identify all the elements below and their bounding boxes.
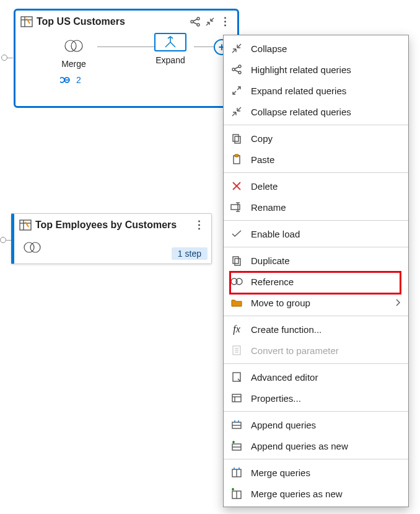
menu-item-delete[interactable]: Delete <box>224 175 408 197</box>
svg-point-4 <box>197 17 199 20</box>
menu-item-label: Enable load <box>251 229 401 239</box>
merge-queries-new-icon <box>230 487 243 500</box>
step-expand-node[interactable]: Expand <box>147 33 194 65</box>
context-menu: Collapse Highlight related queries Expan… <box>223 35 409 507</box>
paste-icon <box>230 153 243 166</box>
menu-item-append-queries-new[interactable]: Append queries as new <box>224 435 408 456</box>
menu-item-label: Rename <box>251 202 401 213</box>
copy-icon <box>230 131 243 145</box>
svg-point-22 <box>232 68 235 71</box>
menu-item-paste[interactable]: Paste <box>224 149 408 170</box>
query-card-top-employees[interactable]: Top Employees by Customers 1 step <box>11 213 212 264</box>
more-options-icon[interactable] <box>217 14 232 29</box>
delete-icon <box>230 179 243 193</box>
svg-line-7 <box>193 22 197 24</box>
menu-item-label: Copy <box>251 133 401 144</box>
menu-separator <box>224 459 408 459</box>
menu-item-create-function[interactable]: fx Create function... <box>224 319 408 340</box>
card-title: Top US Customers <box>20 16 188 27</box>
menu-separator <box>224 220 408 221</box>
linked-queries-count[interactable]: 2 <box>60 75 81 85</box>
svg-point-21 <box>30 242 40 252</box>
menu-item-label: Move to group <box>251 298 388 308</box>
menu-separator <box>224 363 408 364</box>
menu-item-move-to-group[interactable]: Move to group <box>224 292 408 313</box>
step-label: Merge <box>50 59 97 69</box>
menu-item-label: Append queries <box>251 420 401 430</box>
menu-item-label: Collapse <box>251 43 401 54</box>
menu-item-copy[interactable]: Copy <box>224 128 408 149</box>
menu-item-append-queries[interactable]: Append queries <box>224 414 408 435</box>
more-options-icon[interactable] <box>191 218 206 233</box>
menu-item-properties[interactable]: Properties... <box>224 388 408 409</box>
menu-item-label: Collapse related queries <box>251 107 401 117</box>
svg-line-25 <box>235 67 238 69</box>
flow-line <box>194 47 214 47</box>
menu-item-label: Convert to parameter <box>251 345 401 356</box>
svg-rect-0 <box>21 17 32 27</box>
svg-point-5 <box>197 24 199 26</box>
svg-point-11 <box>65 40 76 51</box>
svg-point-3 <box>191 20 193 23</box>
query-card-top-us-customers[interactable]: Top US Customers Merge Expand + <box>14 9 239 108</box>
menu-item-reference[interactable]: Reference <box>224 271 408 292</box>
menu-item-label: Duplicate <box>251 255 401 266</box>
svg-rect-38 <box>235 259 240 265</box>
share-icon[interactable] <box>188 14 203 29</box>
svg-point-19 <box>198 228 200 230</box>
collapse-icon[interactable] <box>203 14 217 29</box>
menu-separator <box>224 316 408 316</box>
connector-line <box>7 58 13 58</box>
menu-item-expand-related[interactable]: Expand related queries <box>224 80 408 101</box>
menu-separator <box>224 411 408 412</box>
folder-icon <box>230 296 243 309</box>
expand-related-icon <box>230 84 243 97</box>
card-flow: Merge Expand + 2 <box>15 32 237 100</box>
svg-point-24 <box>238 71 241 74</box>
svg-line-6 <box>193 19 197 21</box>
svg-rect-28 <box>235 136 240 143</box>
svg-rect-46 <box>232 394 241 402</box>
table-icon <box>20 16 33 27</box>
parameter-icon <box>230 343 243 357</box>
function-icon: fx <box>230 322 243 336</box>
menu-item-label: Expand related queries <box>251 86 401 96</box>
svg-point-20 <box>24 242 34 252</box>
svg-rect-14 <box>20 220 31 230</box>
properties-icon <box>230 391 243 405</box>
append-queries-new-icon <box>230 439 243 453</box>
menu-item-enable-load[interactable]: Enable load <box>224 223 408 244</box>
collapse-related-icon <box>230 105 243 118</box>
card-title: Top Employees by Customers <box>19 219 191 231</box>
menu-item-convert-to-parameter: Convert to parameter <box>224 340 408 361</box>
menu-item-label: Properties... <box>251 393 401 404</box>
merge-queries-icon <box>230 466 243 479</box>
menu-item-label: Reference <box>251 277 401 287</box>
menu-item-rename[interactable]: Rename <box>224 197 408 218</box>
collapse-icon <box>230 42 243 55</box>
svg-point-18 <box>198 224 200 226</box>
svg-point-8 <box>224 17 226 19</box>
menu-item-merge-queries-new[interactable]: Merge queries as new <box>224 483 408 504</box>
svg-point-10 <box>224 25 226 27</box>
checkmark-icon <box>230 227 243 241</box>
menu-item-label: Merge queries as new <box>251 489 401 499</box>
menu-item-highlight-related[interactable]: Highlight related queries <box>224 59 408 80</box>
menu-item-label: Delete <box>251 181 401 192</box>
card-header: Top US Customers <box>15 11 237 32</box>
menu-separator <box>224 125 408 125</box>
menu-item-advanced-editor[interactable]: Advanced editor <box>224 366 408 388</box>
menu-item-collapse[interactable]: Collapse <box>224 38 408 59</box>
append-queries-icon <box>230 418 243 432</box>
step-merge-node[interactable]: Merge <box>50 37 97 69</box>
menu-item-label: Advanced editor <box>251 372 401 383</box>
menu-item-merge-queries[interactable]: Merge queries <box>224 462 408 483</box>
svg-rect-30 <box>235 154 238 157</box>
menu-item-duplicate[interactable]: Duplicate <box>224 250 408 271</box>
link-icon <box>60 76 74 84</box>
svg-rect-37 <box>233 257 238 264</box>
card-title-text: Top Employees by Customers <box>35 219 177 231</box>
svg-point-12 <box>71 40 82 51</box>
menu-item-collapse-related[interactable]: Collapse related queries <box>224 101 408 122</box>
svg-point-23 <box>238 65 241 68</box>
